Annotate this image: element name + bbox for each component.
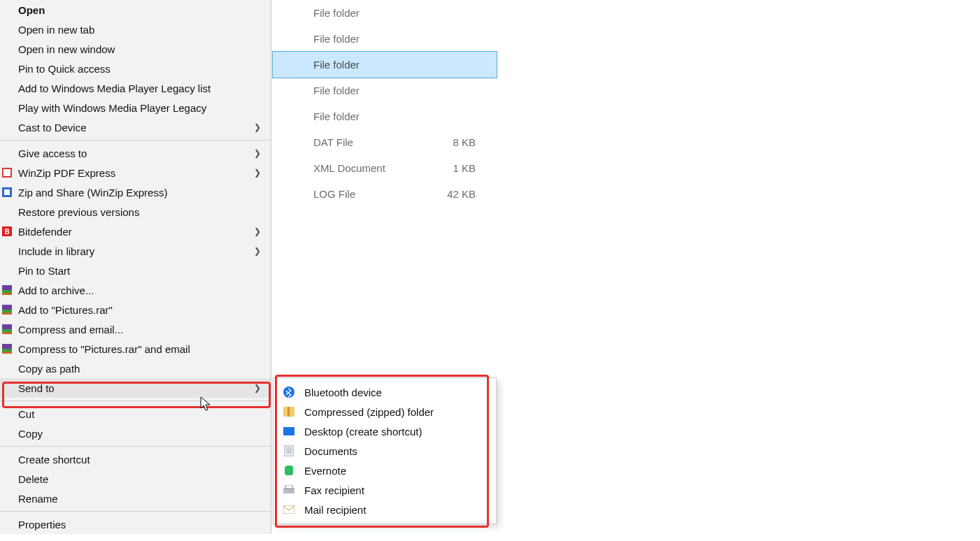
svg-rect-7: [2, 290, 12, 293]
menu-item-play-wmp[interactable]: Play with Windows Media Player Legacy: [0, 98, 271, 117]
submenu-item-documents[interactable]: Documents: [274, 441, 496, 461]
submenu-label: Fax recipient: [304, 484, 364, 496]
file-type: XML Document: [273, 162, 413, 174]
svg-rect-12: [2, 324, 12, 329]
menu-item-send-to[interactable]: Send to ❯: [0, 378, 271, 398]
zip-folder-icon: [283, 406, 294, 417]
submenu-item-compressed-folder[interactable]: Compressed (zipped) folder: [274, 402, 496, 421]
svg-rect-11: [2, 312, 12, 315]
file-list: File folder File folder File folder File…: [273, 0, 497, 207]
bitdefender-icon: B: [1, 226, 13, 237]
rar-icon: [1, 343, 13, 354]
winzip-icon: [1, 187, 13, 198]
menu-label: Give access to: [18, 147, 87, 159]
file-row[interactable]: XML Document 1 KB: [273, 155, 497, 181]
menu-item-compress-pictures-rar-email[interactable]: Compress to "Pictures.rar" and email: [0, 339, 271, 359]
menu-label: Properties: [18, 519, 66, 531]
menu-item-bitdefender[interactable]: B Bitdefender ❯: [0, 222, 271, 241]
svg-rect-6: [2, 285, 12, 290]
file-type: LOG File: [273, 188, 413, 200]
file-row[interactable]: File folder: [273, 78, 497, 103]
svg-text:B: B: [4, 228, 9, 236]
menu-label: Copy as path: [18, 363, 80, 375]
menu-item-properties[interactable]: Properties: [0, 514, 271, 534]
svg-rect-27: [285, 485, 292, 489]
menu-item-copy[interactable]: Copy: [0, 424, 271, 443]
menu-item-rename[interactable]: Rename: [0, 489, 271, 508]
menu-label: Open: [18, 4, 45, 16]
file-type: File folder: [273, 85, 413, 96]
menu-item-cast-to-device[interactable]: Cast to Device ❯: [0, 117, 271, 137]
submenu-item-fax-recipient[interactable]: Fax recipient: [274, 480, 496, 500]
file-row[interactable]: File folder: [273, 26, 497, 52]
submenu-item-evernote[interactable]: Evernote: [274, 461, 496, 480]
svg-rect-13: [2, 329, 12, 332]
fax-icon: [283, 484, 294, 496]
menu-item-include-in-library[interactable]: Include in library ❯: [0, 241, 271, 261]
menu-separator: [0, 511, 271, 512]
menu-item-pin-quick-access[interactable]: Pin to Quick access: [0, 59, 271, 78]
chevron-right-icon: ❯: [254, 226, 261, 236]
menu-item-create-shortcut[interactable]: Create shortcut: [0, 449, 271, 469]
menu-label: Bitdefender: [18, 226, 72, 238]
menu-label: Delete: [18, 473, 48, 485]
svg-rect-16: [2, 349, 12, 352]
menu-label: Play with Windows Media Player Legacy: [18, 102, 206, 114]
menu-label: WinZip PDF Express: [18, 167, 115, 179]
chevron-right-icon: ❯: [254, 168, 261, 178]
desktop-icon: [283, 426, 294, 437]
file-type: File folder: [273, 7, 413, 19]
file-row[interactable]: File folder: [273, 103, 497, 129]
menu-label: Compress to "Pictures.rar" and email: [18, 343, 190, 355]
file-size: 8 KB: [413, 136, 476, 148]
submenu-label: Desktop (create shortcut): [304, 426, 422, 438]
submenu-label: Bluetooth device: [304, 387, 382, 398]
menu-item-zip-and-share[interactable]: Zip and Share (WinZip Express): [0, 182, 271, 202]
menu-label: Open in new window: [18, 43, 115, 55]
menu-item-add-to-archive[interactable]: Add to archive...: [0, 280, 271, 300]
svg-rect-17: [2, 352, 12, 354]
submenu-item-desktop-shortcut[interactable]: Desktop (create shortcut): [274, 421, 496, 441]
file-row[interactable]: DAT File 8 KB: [273, 129, 497, 155]
menu-label: Include in library: [18, 245, 94, 257]
menu-label: Pin to Quick access: [18, 63, 111, 75]
submenu-label: Mail recipient: [304, 504, 366, 516]
menu-label: Add to "Pictures.rar": [18, 304, 113, 316]
submenu-item-bluetooth[interactable]: Bluetooth device: [274, 382, 496, 402]
menu-item-add-to-pictures-rar[interactable]: Add to "Pictures.rar": [0, 300, 271, 319]
rar-icon: [1, 284, 13, 296]
menu-label: Compress and email...: [18, 324, 123, 336]
menu-item-open-new-tab[interactable]: Open in new tab: [0, 20, 271, 39]
menu-label: Add to Windows Media Player Legacy list: [18, 82, 211, 94]
menu-label: Restore previous versions: [18, 206, 139, 218]
menu-item-copy-as-path[interactable]: Copy as path: [0, 359, 271, 378]
menu-item-delete[interactable]: Delete: [0, 469, 271, 489]
menu-label: Rename: [18, 493, 58, 505]
menu-separator: [0, 446, 271, 447]
menu-item-open[interactable]: Open: [0, 0, 271, 20]
chevron-right-icon: ❯: [254, 246, 261, 256]
menu-item-cut[interactable]: Cut: [0, 404, 271, 424]
menu-item-winzip-pdf-express[interactable]: WinZip PDF Express ❯: [0, 163, 271, 182]
file-row[interactable]: File folder: [273, 0, 497, 26]
file-row[interactable]: LOG File 42 KB: [273, 181, 497, 207]
menu-item-add-wmp-list[interactable]: Add to Windows Media Player Legacy list: [0, 78, 271, 98]
send-to-submenu: Bluetooth device Compressed (zipped) fol…: [273, 377, 497, 524]
svg-rect-15: [2, 344, 12, 349]
file-type: File folder: [273, 59, 413, 71]
svg-rect-22: [284, 445, 294, 456]
menu-item-give-access-to[interactable]: Give access to ❯: [0, 143, 271, 163]
menu-label: Pin to Start: [18, 265, 70, 277]
file-row-selected[interactable]: File folder: [273, 52, 497, 78]
file-size: 42 KB: [413, 188, 476, 200]
winzip-pdf-icon: [1, 167, 13, 178]
svg-rect-28: [283, 505, 294, 514]
menu-item-pin-to-start[interactable]: Pin to Start: [0, 261, 271, 280]
svg-rect-9: [2, 305, 12, 310]
submenu-item-mail-recipient[interactable]: Mail recipient: [274, 500, 496, 519]
menu-label: Copy: [18, 428, 43, 440]
menu-item-restore-previous-versions[interactable]: Restore previous versions: [0, 202, 271, 222]
menu-item-open-new-window[interactable]: Open in new window: [0, 39, 271, 59]
menu-item-compress-and-email[interactable]: Compress and email...: [0, 319, 271, 339]
menu-separator: [0, 140, 271, 140]
